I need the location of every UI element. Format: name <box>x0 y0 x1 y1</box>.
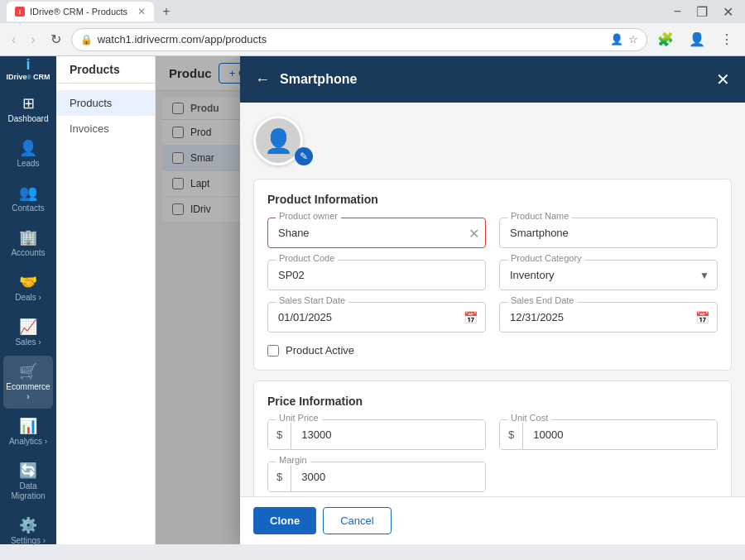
form-row-owner-name: Product owner ✕ document.querySelector('… <box>267 218 718 248</box>
tab-close-icon[interactable]: ✕ <box>137 6 146 17</box>
main-content: Products Products Invoices Produc + Crea… <box>56 56 745 544</box>
logo-icon: i <box>6 56 50 74</box>
margin-group: Margin $ <box>267 462 486 492</box>
product-owner-input[interactable] <box>267 218 486 248</box>
form-row-code-category: Product Code Product Category Inventory … <box>267 260 718 290</box>
unit-price-group: Unit Price $ <box>267 419 486 450</box>
sales-start-label: Sales Start Date <box>276 295 348 305</box>
sales-start-input[interactable] <box>267 302 486 333</box>
refresh-button[interactable]: ↻ <box>46 28 66 50</box>
minimize-button[interactable]: − <box>669 2 686 21</box>
modal-footer: Clone Cancel <box>240 496 745 544</box>
forward-button[interactable]: › <box>26 29 40 50</box>
window-close-button[interactable]: ✕ <box>718 2 738 22</box>
modal-back-button[interactable]: ← <box>253 69 272 90</box>
clone-button[interactable]: Clone <box>253 507 316 534</box>
modal-title: Smartphone <box>280 72 706 87</box>
sales-icon: 📈 <box>19 318 37 336</box>
margin-input[interactable] <box>291 462 485 491</box>
sidebar-item-sales[interactable]: 📈 Sales › <box>3 311 53 354</box>
dashboard-icon: ⊞ <box>22 94 35 112</box>
ecommerce-icon: 🛒 <box>19 362 37 381</box>
logo-text: IDrive® CRM <box>6 74 50 81</box>
sidebar-item-accounts[interactable]: 🏢 Accounts <box>3 222 53 265</box>
sales-end-group: Sales End Date 📅 <box>499 302 718 333</box>
profile-button[interactable]: 👤 <box>684 28 710 50</box>
product-detail-modal: ← Smartphone ✕ 👤 ✎ <box>240 56 745 544</box>
margin-wrapper: $ <box>267 462 486 492</box>
product-category-group: Product Category Inventory Other ▼ <box>499 260 718 290</box>
contacts-icon: 👥 <box>19 184 37 202</box>
sales-start-wrapper: 📅 <box>267 302 486 333</box>
avatar-icon: 👤 <box>264 127 293 155</box>
unit-price-label: Unit Price <box>276 413 322 423</box>
form-row-margin: Margin $ <box>267 462 718 492</box>
sidebar-item-contacts[interactable]: 👥 Contacts <box>3 177 53 220</box>
products-navigation: Products Invoices <box>56 84 155 148</box>
avatar-edit-button[interactable]: ✎ <box>295 147 313 165</box>
cancel-button[interactable]: Cancel <box>323 507 391 534</box>
sidebar-item-ecommerce[interactable]: 🛒 Ecommerce › <box>3 356 53 409</box>
product-category-select[interactable]: Inventory Other <box>499 260 718 290</box>
modal-close-button[interactable]: ✕ <box>714 68 732 91</box>
sidebar-item-deals[interactable]: 🤝 Deals › <box>3 266 53 309</box>
tab-title: IDrive® CRM - Products <box>30 7 127 17</box>
products-nav-invoices[interactable]: Invoices <box>56 116 155 141</box>
sidebar: i IDrive® CRM ⊞ Dashboard 👤 Leads 👥 Cont… <box>0 56 56 544</box>
unit-cost-symbol: $ <box>500 420 523 449</box>
sales-end-input[interactable] <box>499 302 718 333</box>
star-icon[interactable]: ☆ <box>628 33 638 45</box>
address-bar[interactable]: 🔒 watch1.idrivecrm.com/app/products 👤 ☆ <box>71 28 647 51</box>
product-name-input[interactable] <box>499 218 718 248</box>
product-category-label: Product Category <box>507 253 585 263</box>
products-heading: Products <box>56 56 155 84</box>
form-row-dates: Sales Start Date 📅 Sales End Date <box>267 302 718 333</box>
sidebar-item-data-migration[interactable]: 🔄 Data Migration <box>3 455 53 508</box>
modal-header: ← Smartphone ✕ <box>240 56 745 103</box>
unit-price-symbol: $ <box>268 420 291 449</box>
unit-cost-input[interactable] <box>523 420 717 449</box>
product-name-label: Product Name <box>507 211 572 221</box>
sidebar-navigation: ⊞ Dashboard 👤 Leads 👥 Contacts 🏢 Account… <box>0 81 56 559</box>
unit-cost-label: Unit Cost <box>507 413 551 423</box>
sidebar-item-leads[interactable]: 👤 Leads <box>3 132 53 175</box>
product-code-group: Product Code <box>267 260 486 290</box>
sidebar-item-settings[interactable]: ⚙️ Settings › <box>3 510 53 553</box>
sidebar-item-analytics[interactable]: 📊 Analytics › <box>3 410 53 453</box>
product-info-title: Product Information <box>267 193 718 206</box>
unit-cost-wrapper: $ <box>499 419 718 450</box>
unit-cost-group: Unit Cost $ <box>499 419 718 450</box>
maximize-button[interactable]: ❐ <box>691 2 713 22</box>
unit-price-wrapper: $ <box>267 419 486 450</box>
sales-end-label: Sales End Date <box>507 295 577 305</box>
product-owner-group: Product owner ✕ document.querySelector('… <box>267 218 486 248</box>
sidebar-item-dashboard[interactable]: ⊞ Dashboard <box>3 88 53 131</box>
avatar-section: 👤 ✎ <box>253 116 732 165</box>
leads-icon: 👤 <box>19 139 37 157</box>
product-owner-label: Product owner <box>276 211 341 221</box>
back-button[interactable]: ‹ <box>7 29 21 50</box>
address-text: watch1.idrivecrm.com/app/products <box>98 33 605 45</box>
address-bar-row: ‹ › ↻ 🔒 watch1.idrivecrm.com/app/product… <box>0 23 745 56</box>
product-category-wrapper: Inventory Other ▼ <box>499 260 718 290</box>
menu-button[interactable]: ⋮ <box>715 28 738 50</box>
unit-price-input[interactable] <box>291 420 485 449</box>
product-code-input[interactable] <box>267 260 486 290</box>
price-info-title: Price Information <box>267 395 718 408</box>
new-tab-button[interactable]: + <box>157 4 175 19</box>
data-migration-icon: 🔄 <box>19 462 37 480</box>
product-active-checkbox[interactable] <box>267 345 279 357</box>
clear-owner-button[interactable]: ✕ <box>469 225 479 241</box>
product-info-section: Product Information Product owner ✕ docu… <box>253 179 732 371</box>
price-info-section: Price Information Unit Price $ <box>253 381 732 496</box>
app-layout: i IDrive® CRM ⊞ Dashboard 👤 Leads 👥 Cont… <box>0 56 745 544</box>
lock-icon: 🔒 <box>80 34 93 45</box>
products-nav-products[interactable]: Products <box>56 90 155 116</box>
accounts-icon: 🏢 <box>19 228 37 246</box>
margin-label: Margin <box>276 455 310 465</box>
deals-icon: 🤝 <box>19 273 37 291</box>
margin-symbol: $ <box>268 462 291 491</box>
window-titlebar: i IDrive® CRM - Products ✕ + − ❐ ✕ <box>0 0 745 23</box>
extensions-button[interactable]: 🧩 <box>652 28 679 50</box>
browser-tab[interactable]: i IDrive® CRM - Products ✕ <box>7 2 154 22</box>
